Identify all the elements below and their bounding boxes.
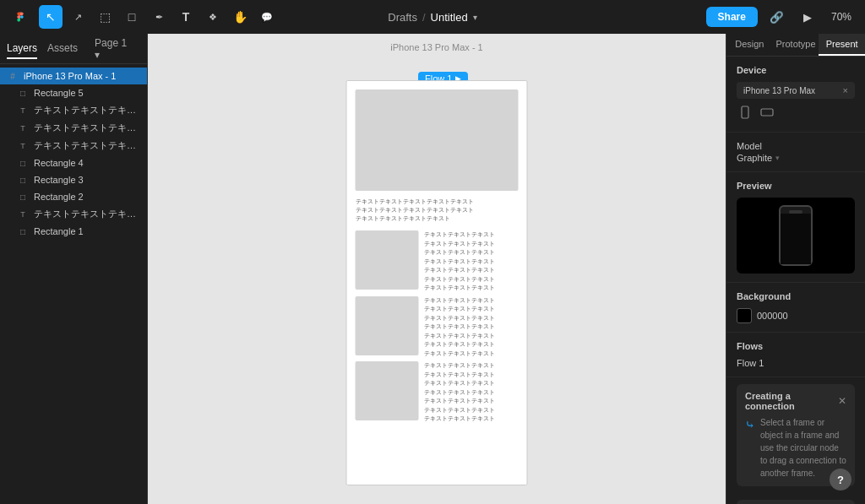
layer-item-rect4[interactable]: □ Rectangle 4	[0, 154, 147, 171]
flow-item-1[interactable]: Flow 1	[737, 358, 855, 368]
rect-icon-3: □	[17, 174, 29, 186]
pen-tool-btn[interactable]: ✒	[147, 5, 171, 29]
text-icon-1: T	[17, 105, 29, 117]
title-chevron-icon[interactable]: ▾	[473, 13, 477, 22]
toolbar: ↖ ↗ ⬚ □ ✒ T ❖ ✋ 💬 Drafts / Untitled ▾ Sh…	[0, 0, 865, 34]
tab-design[interactable]: Design	[726, 34, 773, 56]
flows-section: Flows Flow 1	[726, 333, 865, 377]
portrait-icon[interactable]	[737, 104, 753, 123]
device-select[interactable]: iPhone 13 Pro Max ×	[737, 82, 855, 99]
play-button[interactable]: ▶	[796, 5, 819, 29]
layer-name: iPhone 13 Pro Max - 1	[24, 71, 116, 81]
background-hex: 000000	[757, 311, 788, 321]
component-tool-btn[interactable]: ❖	[201, 5, 225, 29]
rect-icon-4: □	[17, 157, 29, 169]
preview-section: Preview	[726, 172, 865, 283]
canvas-area[interactable]: iPhone 13 Pro Max - 1 Flow 1 ▶ テキストテキストテ…	[148, 34, 726, 504]
tab-assets[interactable]: Assets	[47, 39, 78, 59]
row-text-1: テキストテキストテキストテキストテキストテキストテキストテキストテキストテキスト…	[424, 230, 495, 293]
draft-label: Drafts	[388, 11, 417, 24]
layer-list: # iPhone 13 Pro Max - 1 □ Rectangle 5 T …	[0, 64, 147, 504]
text-tool-btn[interactable]: T	[174, 5, 198, 29]
phone-silhouette	[779, 205, 813, 266]
breadcrumb: Drafts / Untitled ▾	[388, 11, 476, 24]
background-row: 000000	[737, 308, 855, 323]
device-orientation-icons	[737, 104, 855, 123]
text-icon-2: T	[17, 122, 29, 134]
flows-label: Flows	[737, 341, 855, 351]
rect-icon-2: □	[17, 191, 29, 203]
creating-connection-title: Creating a connection ✕	[745, 391, 846, 411]
device-label: Device	[737, 65, 855, 75]
row-item-2: テキストテキストテキストテキストテキストテキストテキストテキストテキストテキスト…	[356, 296, 519, 359]
creating-connection-close[interactable]: ✕	[838, 395, 846, 407]
zoom-level[interactable]: 70%	[826, 8, 857, 25]
right-panel: Design Prototype Present Device iPhone 1…	[726, 34, 865, 504]
row-text-2: テキストテキストテキストテキストテキストテキストテキストテキストテキストテキスト…	[424, 296, 495, 359]
help-button[interactable]: ?	[830, 469, 851, 490]
cursor-tool-btn[interactable]: ↗	[66, 5, 90, 29]
svg-rect-0	[742, 106, 748, 118]
shape-tool-btn[interactable]: □	[120, 5, 144, 29]
left-panel: Layers Assets Page 1 ▾ # iPhone 13 Pro M…	[0, 34, 148, 504]
row-image-2	[356, 296, 419, 355]
row-text-3: テキストテキストテキストテキストテキストテキストテキストテキストテキストテキスト…	[424, 361, 495, 424]
toolbar-right: Share 🔗 ▶ 70%	[706, 5, 857, 29]
main-area: Layers Assets Page 1 ▾ # iPhone 13 Pro M…	[0, 34, 865, 504]
layer-item-text4[interactable]: T テキストテキストテキスト テキ...	[0, 205, 147, 223]
share-button[interactable]: Share	[706, 7, 758, 27]
background-section: Background 000000	[726, 283, 865, 333]
toolbar-left: ↖ ↗ ⬚ □ ✒ T ❖ ✋ 💬	[8, 5, 703, 29]
layer-item-rect5[interactable]: □ Rectangle 5	[0, 84, 147, 101]
tab-prototype[interactable]: Prototype	[773, 34, 819, 56]
layer-item-text2[interactable]: T テキストテキストテキスト テキ...	[0, 119, 147, 137]
background-color-swatch[interactable]	[737, 308, 752, 323]
model-chevron-icon: ▾	[775, 154, 780, 162]
svg-rect-1	[761, 109, 773, 116]
connection-icon: ⤷	[745, 416, 755, 480]
model-label: Model	[737, 141, 855, 151]
frame-label: iPhone 13 Pro Max - 1	[390, 42, 482, 52]
layer-item-text1[interactable]: T テキストテキストテキスト テキ...	[0, 101, 147, 119]
frame-icon: #	[7, 70, 19, 82]
text-icon-3: T	[17, 140, 29, 152]
model-name: Graphite	[737, 153, 772, 163]
row-image-3	[356, 361, 419, 420]
preview-image	[737, 198, 855, 274]
row-item-1: テキストテキストテキストテキストテキストテキストテキストテキストテキストテキスト…	[356, 230, 519, 293]
breadcrumb-separator: /	[422, 11, 426, 24]
document-title[interactable]: Untitled	[431, 11, 468, 24]
landscape-icon[interactable]	[759, 104, 775, 123]
link-icon[interactable]: 🔗	[764, 8, 789, 27]
comment-tool-btn[interactable]: 💬	[255, 5, 279, 29]
device-value: iPhone 13 Pro Max	[743, 86, 815, 95]
layer-item-rect1[interactable]: □ Rectangle 1	[0, 223, 147, 240]
row-item-3: テキストテキストテキストテキストテキストテキストテキストテキストテキストテキスト…	[356, 361, 519, 424]
row-image-1	[356, 230, 419, 290]
model-value[interactable]: Graphite ▾	[737, 153, 855, 163]
layer-item-iphone[interactable]: # iPhone 13 Pro Max - 1	[0, 68, 147, 84]
layer-item-rect3[interactable]: □ Rectangle 3	[0, 171, 147, 188]
figma-logo-btn[interactable]	[8, 5, 32, 29]
background-label: Background	[737, 291, 855, 301]
hand-tool-btn[interactable]: ✋	[228, 5, 252, 29]
layer-item-text3[interactable]: T テキストテキストテキスト テキ...	[0, 137, 147, 154]
creating-connection-body: ⤷ Select a frame or object in a frame an…	[745, 416, 846, 480]
running-prototype-panel: Running your prototype ✕ ▶ Use the play …	[737, 500, 855, 504]
tab-layers[interactable]: Layers	[7, 39, 37, 59]
model-section: Model Graphite ▾	[726, 133, 865, 172]
page-selector[interactable]: Page 1 ▾	[88, 34, 140, 64]
layer-item-rect2[interactable]: □ Rectangle 2	[0, 188, 147, 205]
device-section: Device iPhone 13 Pro Max ×	[726, 57, 865, 133]
text-icon-4: T	[17, 209, 29, 220]
tab-present[interactable]: Present	[819, 34, 865, 56]
hero-text: テキストテキストテキストテキストテキストテキストテキストテキストテキストテキスト…	[356, 198, 519, 222]
panel-tabs: Layers Assets Page 1 ▾	[0, 34, 147, 64]
frame-tool-btn[interactable]: ⬚	[93, 5, 117, 29]
move-tool-btn[interactable]: ↖	[39, 5, 63, 29]
right-panel-tabs: Design Prototype Present	[726, 34, 865, 57]
rect-icon-1: □	[17, 225, 29, 237]
device-remove-icon[interactable]: ×	[843, 85, 848, 95]
hero-image	[356, 89, 519, 191]
rect-icon: □	[17, 87, 29, 99]
